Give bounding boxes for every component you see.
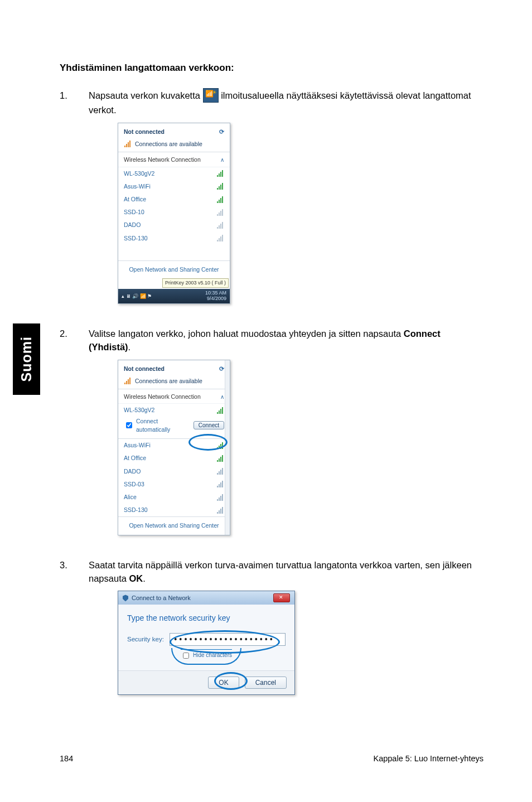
signal-icon <box>216 481 224 487</box>
status-text: Not connected <box>124 365 165 373</box>
step-3-text-pre: Saatat tarvita näppäillä verkon turva-av… <box>89 560 472 583</box>
ok-button[interactable]: OK <box>208 677 239 689</box>
network-item[interactable]: DADO <box>118 465 230 478</box>
close-button[interactable] <box>273 593 290 602</box>
network-item[interactable]: Asus-WiFi <box>118 180 230 193</box>
open-network-center-link[interactable]: Open Network and Sharing Center <box>118 260 230 278</box>
connections-available-text: Connections are available <box>135 377 202 385</box>
taskbar: ▴ 🖥 🔊 📶 ⚑ 10:35 AM 9/4/2009 <box>118 289 230 303</box>
wireless-section-header: Wireless Network Connection <box>118 389 230 404</box>
network-item[interactable]: SSD-130 <box>118 504 230 516</box>
screenshot-network-list: Not connected Connections are available <box>118 123 230 304</box>
connections-available-text: Connections are available <box>135 140 202 148</box>
step-3-bold: OK <box>129 573 143 583</box>
connect-automatically-checkbox[interactable] <box>126 422 132 428</box>
network-item[interactable]: Alice <box>118 491 230 504</box>
dialog-titlebar: Connect to a Network <box>118 591 294 605</box>
signal-icon <box>216 494 224 501</box>
network-name: SSD-130 <box>124 234 148 243</box>
network-name: DADO <box>124 467 141 476</box>
refresh-icon[interactable] <box>219 365 224 374</box>
network-name: Alice <box>124 493 137 501</box>
signal-icon <box>216 468 224 475</box>
refresh-icon[interactable] <box>219 128 224 137</box>
connect-button[interactable]: Connect <box>194 421 224 429</box>
step-1-text-pre: Napsauta verkon kuvaketta <box>89 90 203 100</box>
wireless-section-header: Wireless Network Connection <box>118 152 230 167</box>
network-name: Asus-WiFi <box>124 441 151 450</box>
network-name: At Office <box>124 195 146 204</box>
network-item[interactable]: SSD-10 <box>118 206 230 219</box>
signal-icon <box>216 407 224 414</box>
step-number: 2. <box>60 327 89 545</box>
signal-icon <box>216 209 224 216</box>
open-network-center-link[interactable]: Open Network and Sharing Center <box>118 516 230 534</box>
step-2-text-pre: Valitse langaton verkko, johon haluat mu… <box>89 328 404 339</box>
chapter-label: Kappale 5: Luo Internet-yhteys <box>374 754 484 763</box>
dialog-title: Connect to a Network <box>132 594 191 603</box>
signal-icon <box>216 235 224 241</box>
network-item[interactable]: DADO <box>118 219 230 231</box>
security-key-input[interactable] <box>170 633 286 646</box>
screenshot-connect-panel: Not connected Connections are available <box>118 360 230 535</box>
network-item[interactable]: SSD-130 <box>118 232 230 245</box>
security-key-label: Security key: <box>127 635 164 644</box>
cancel-button[interactable]: Cancel <box>245 677 287 689</box>
tooltip: PrintKey 2003 v5.10 ( Full ) <box>162 278 229 288</box>
page-number: 184 <box>60 754 73 763</box>
connect-automatically-label: Connect automatically <box>136 417 189 434</box>
shield-icon <box>123 595 128 601</box>
signal-icon <box>216 196 224 203</box>
network-item[interactable]: Asus-WiFi <box>118 439 230 452</box>
dialog-prompt: Type the network security key <box>127 612 286 624</box>
signal-icon <box>216 222 224 229</box>
network-name: SSD-130 <box>124 506 148 514</box>
network-item[interactable]: SSD-03 <box>118 478 230 491</box>
step-3-text-post: . <box>143 573 146 583</box>
step-2-text-post: . <box>128 342 131 352</box>
clock-date: 9/4/2009 <box>205 296 226 302</box>
signal-icon <box>216 455 224 462</box>
status-text: Not connected <box>124 128 165 136</box>
signal-icon <box>216 507 224 514</box>
network-name: SSD-10 <box>124 208 144 216</box>
side-language-label: Suomi <box>18 336 35 381</box>
signal-icon <box>216 183 224 190</box>
hide-characters-label: Hide characters <box>193 651 232 660</box>
signal-icon <box>124 141 132 147</box>
step-1-body: Napsauta verkon kuvaketta ilmoitusalueel… <box>89 89 483 314</box>
step-number: 3. <box>60 559 89 695</box>
network-name: SSD-03 <box>124 480 144 489</box>
selected-network-block: WL-530gV2 Connect automatically Connect <box>118 404 230 439</box>
selected-network-name: WL-530gV2 <box>124 406 154 414</box>
section-heading: Yhdistäminen langattomaan verkkoon: <box>60 62 483 74</box>
wireless-section-label: Wireless Network Connection <box>124 156 201 165</box>
collapse-icon[interactable] <box>220 156 224 165</box>
signal-icon <box>124 378 132 384</box>
screenshot-security-key-dialog: Connect to a Network Type the network se… <box>118 591 295 695</box>
scrollbar[interactable] <box>225 360 230 535</box>
network-name: At Office <box>124 454 146 462</box>
network-name: WL-530gV2 <box>124 170 154 178</box>
side-language-tab: Suomi <box>13 323 40 395</box>
hide-characters-checkbox[interactable] <box>183 653 189 659</box>
network-tray-icon <box>203 88 219 103</box>
step-2-body: Valitse langaton verkko, johon haluat mu… <box>89 327 483 545</box>
network-name: DADO <box>124 221 141 229</box>
network-item[interactable]: WL-530gV2 <box>118 167 230 180</box>
network-item[interactable]: At Office <box>118 452 230 465</box>
collapse-icon[interactable] <box>220 393 224 402</box>
network-item[interactable]: At Office <box>118 193 230 206</box>
signal-icon <box>216 442 224 449</box>
network-name: Asus-WiFi <box>124 182 151 191</box>
tray-icons[interactable]: ▴ 🖥 🔊 📶 ⚑ <box>122 293 152 300</box>
signal-icon <box>216 170 224 177</box>
step-number: 1. <box>60 89 89 314</box>
step-3-body: Saatat tarvita näppäillä verkon turva-av… <box>89 559 483 695</box>
wireless-section-label: Wireless Network Connection <box>124 393 201 402</box>
